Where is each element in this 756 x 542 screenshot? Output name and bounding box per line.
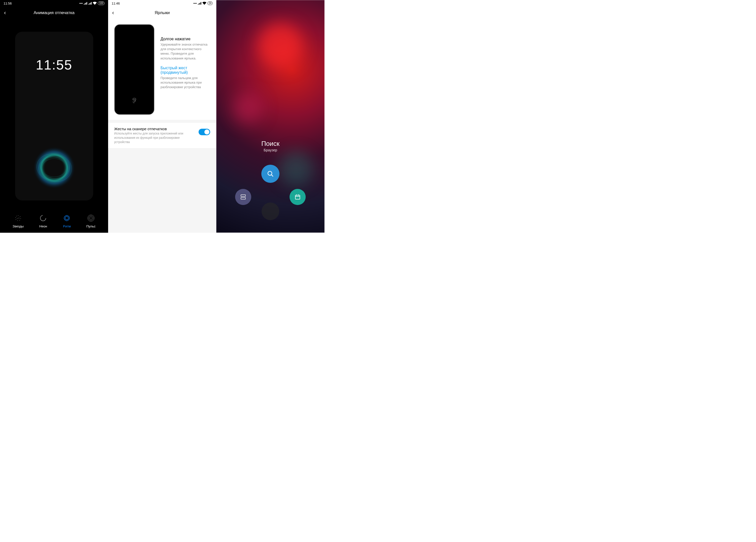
blur-blob <box>233 93 263 123</box>
rhythm-animation <box>29 143 79 193</box>
long-press-desc: Удерживайте значок отпечатка для открыти… <box>161 42 210 61</box>
search-icon <box>267 170 274 177</box>
anim-option-neon[interactable]: Неон <box>39 214 47 228</box>
svg-point-11 <box>15 217 16 218</box>
radial-shortcut-overlay: Поиск Браузер <box>216 0 325 233</box>
wifi-icon <box>93 2 97 5</box>
svg-point-18 <box>89 216 93 221</box>
back-button[interactable]: ‹ <box>112 10 114 16</box>
calendar-icon <box>294 194 301 200</box>
svg-point-6 <box>20 216 20 217</box>
svg-point-9 <box>17 221 18 221</box>
quick-gesture-block[interactable]: Быстрый жест (продвинутый) Проведите пал… <box>161 66 210 90</box>
blur-blob <box>258 23 303 69</box>
anim-label: Звезды <box>13 225 24 228</box>
quick-gesture-desc: Проведите пальцем для использования ярлы… <box>161 76 210 90</box>
svg-point-13 <box>18 218 18 218</box>
svg-point-14 <box>19 218 19 218</box>
fingerprint-icon <box>131 97 138 104</box>
status-icons: ••• 100 <box>79 2 105 5</box>
quick-gesture-title: Быстрый жест (продвинутый) <box>161 66 210 75</box>
shortcut-title: Поиск <box>261 140 279 148</box>
svg-point-7 <box>20 218 21 219</box>
signal-icon <box>88 2 92 5</box>
status-icons: ••• 24 <box>193 2 213 5</box>
status-bar: 11:56 ••• 100 <box>0 0 108 7</box>
svg-point-17 <box>90 217 92 220</box>
radial-menu <box>235 165 306 220</box>
signal-icon <box>198 2 201 5</box>
phone-illustration <box>114 24 154 115</box>
fingerprint-origin[interactable] <box>262 203 279 220</box>
shortcuts-content: Долгое нажатие Удерживайте значок отпеча… <box>108 19 216 120</box>
info-row: Долгое нажатие Удерживайте значок отпеча… <box>114 24 210 115</box>
shortcut-search-button[interactable] <box>261 165 279 183</box>
svg-point-8 <box>19 220 20 221</box>
anim-option-stars[interactable]: Звезды <box>13 214 24 228</box>
long-press-title: Долгое нажатие <box>161 37 210 41</box>
shortcut-label: Поиск Браузер <box>261 140 279 152</box>
signal-icon <box>84 2 87 5</box>
animation-options: Звезды Неон Ритм Пульс <box>0 214 108 228</box>
svg-line-21 <box>271 175 273 176</box>
anim-option-rhythm[interactable]: Ритм <box>62 214 71 228</box>
dots-icon: ••• <box>193 2 197 5</box>
long-press-block[interactable]: Долгое нажатие Удерживайте значок отпеча… <box>161 37 210 61</box>
svg-point-16 <box>40 215 46 221</box>
status-time: 11:46 <box>112 2 120 5</box>
svg-rect-22 <box>241 195 245 197</box>
neon-icon <box>39 214 47 223</box>
preview-clock: 11:55 <box>36 57 72 73</box>
svg-point-5 <box>18 215 18 216</box>
fingerprint-animation-screen: 11:56 ••• 100 ‹ Анимация отпечатка 11:55 <box>0 0 108 233</box>
svg-rect-24 <box>295 195 300 199</box>
svg-point-10 <box>16 220 16 220</box>
split-screen-icon <box>240 194 246 200</box>
battery-badge: 100 <box>98 2 105 5</box>
anim-label: Пульс <box>86 225 96 228</box>
setting-text: Жесты на сканере отпечатков Используйте … <box>114 127 195 144</box>
shortcut-calendar-button[interactable] <box>290 189 306 205</box>
svg-point-0 <box>33 146 76 189</box>
status-time: 11:56 <box>4 2 12 5</box>
back-button[interactable]: ‹ <box>4 10 6 16</box>
shortcut-split-button[interactable] <box>235 189 251 205</box>
gesture-setting-row: Жесты на сканере отпечатков Используйте … <box>108 122 216 148</box>
page-title: Ярлыки <box>112 10 212 15</box>
rhythm-icon <box>62 214 71 223</box>
wifi-icon <box>202 2 206 5</box>
setting-title: Жесты на сканере отпечатков <box>114 127 195 131</box>
svg-point-15 <box>17 218 17 219</box>
anim-label: Неон <box>39 225 47 228</box>
anim-label: Ритм <box>63 225 71 228</box>
gesture-toggle[interactable] <box>199 129 210 135</box>
battery-badge: 24 <box>207 2 213 5</box>
header: ‹ Анимация отпечатка <box>0 7 108 19</box>
info-text: Долгое нажатие Удерживайте значок отпеча… <box>161 24 210 95</box>
pulse-icon <box>87 214 95 223</box>
shortcut-subtitle: Браузер <box>261 148 279 152</box>
status-bar: 11:46 ••• 24 <box>108 0 216 7</box>
lockscreen-preview: 11:55 <box>15 32 93 201</box>
header: ‹ Ярлыки <box>108 7 216 19</box>
svg-rect-23 <box>241 198 245 199</box>
anim-option-pulse[interactable]: Пульс <box>86 214 96 228</box>
setting-desc: Используйте жесты для запуска приложений… <box>114 132 195 144</box>
stars-icon <box>14 214 22 223</box>
svg-point-12 <box>16 216 17 216</box>
shortcuts-screen: 11:46 ••• 24 ‹ Ярлыки Долгое нажатие Уде… <box>108 0 216 233</box>
dots-icon: ••• <box>79 2 83 5</box>
page-title: Анимация отпечатка <box>4 10 104 15</box>
